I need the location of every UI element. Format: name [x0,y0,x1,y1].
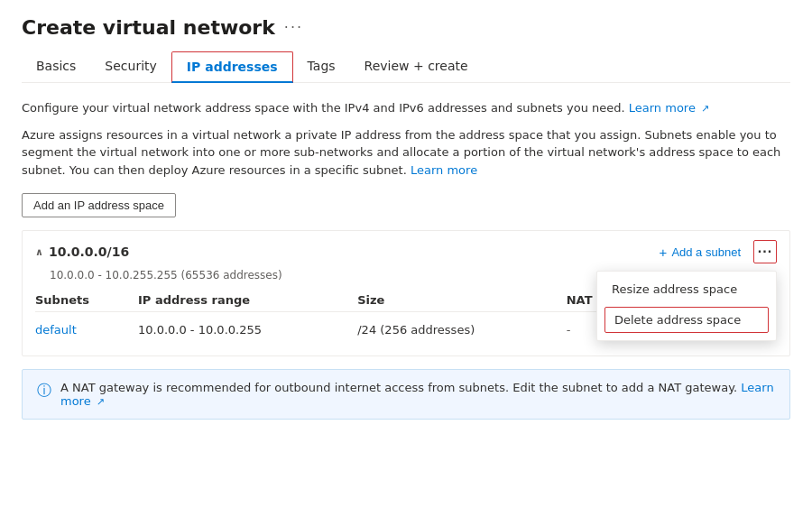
tab-security[interactable]: Security [90,51,171,83]
tab-ip-addresses[interactable]: IP addresses [171,51,293,83]
tab-tags[interactable]: Tags [293,51,350,83]
col-ip-range: IP address range [138,289,357,312]
add-ip-address-space-button[interactable]: Add an IP address space [22,193,176,217]
tab-basics[interactable]: Basics [22,51,90,83]
description-2: Azure assigns resources in a virtual net… [22,126,790,180]
learn-more-link-2[interactable]: Learn more [411,163,477,177]
subnet-name-cell: default [35,312,138,347]
col-size: Size [357,289,566,312]
more-options-button[interactable]: ··· [753,240,777,263]
learn-more-link-1[interactable]: Learn more [629,101,696,115]
plus-icon: + [660,245,668,260]
tab-bar: Basics Security IP addresses Tags Review… [22,51,790,83]
address-space-cidr: 10.0.0.0/16 [49,245,129,259]
address-space-header: ∧ 10.0.0.0/16 + Add a subnet ··· [23,231,789,269]
col-subnets: Subnets [35,289,138,312]
page-title: Create virtual network [22,16,275,39]
resize-address-space-item[interactable]: Resize address space [597,275,776,303]
add-subnet-button[interactable]: + Add a subnet [656,243,744,262]
address-space-card: ∧ 10.0.0.0/16 + Add a subnet ··· 10.0.0.… [22,230,790,356]
delete-address-space-item[interactable]: Delete address space [604,307,769,333]
address-space-title: ∧ 10.0.0.0/16 [35,245,129,259]
page-title-ellipsis[interactable]: ··· [284,19,303,36]
info-banner-text: A NAT gateway is recommended for outboun… [60,381,775,408]
external-link-icon-banner: ↗ [97,396,105,408]
ip-range-cell: 10.0.0.0 - 10.0.0.255 [138,312,357,347]
subnet-name-link[interactable]: default [35,323,77,337]
dropdown-menu: Resize address space Delete address spac… [596,271,777,341]
page-title-bar: Create virtual network ··· [22,16,790,39]
chevron-up-icon[interactable]: ∧ [35,246,43,258]
tab-review-create[interactable]: Review + create [350,51,483,83]
info-banner: ⓘ A NAT gateway is recommended for outbo… [22,369,790,420]
address-space-actions: + Add a subnet ··· [656,240,777,263]
info-icon: ⓘ [37,382,51,401]
description-1: Configure your virtual network address s… [22,99,790,117]
external-link-icon-1: ↗ [701,103,709,115]
page-container: Create virtual network ··· Basics Securi… [0,0,812,517]
size-cell: /24 (256 addresses) [357,312,566,347]
